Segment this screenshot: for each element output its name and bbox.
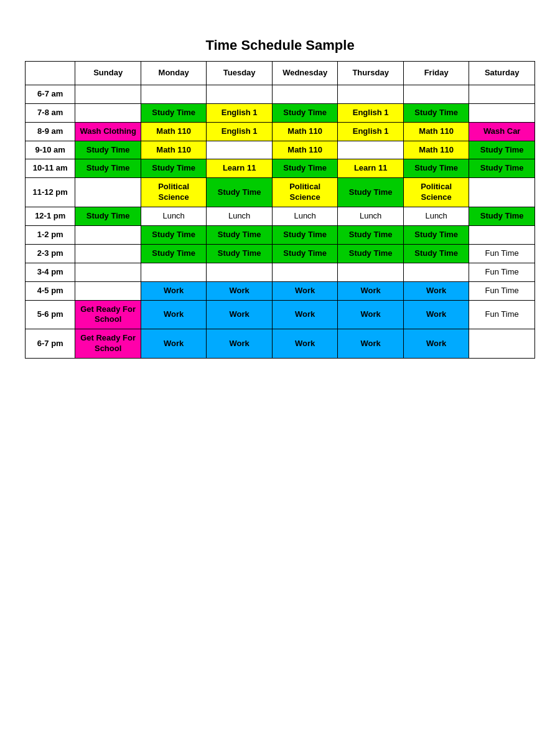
table-row: 3-4 pmFun Time	[26, 263, 535, 281]
schedule-cell: Learn 11	[207, 159, 273, 178]
schedule-cell: Study Time	[207, 226, 273, 245]
time-label: 5-6 pm	[26, 300, 75, 329]
schedule-cell: Study Time	[207, 244, 273, 263]
schedule-cell: Political Science	[272, 178, 338, 207]
schedule-cell: Study Time	[141, 244, 207, 263]
schedule-cell: Math 110	[141, 122, 207, 141]
schedule-cell: Work	[272, 329, 338, 359]
schedule-cell	[403, 263, 469, 281]
schedule-cell: Lunch	[272, 207, 338, 226]
schedule-cell: Study Time	[75, 141, 141, 159]
header-day-sunday: Sunday	[75, 62, 141, 85]
schedule-cell: Work	[338, 329, 404, 359]
schedule-cell	[141, 263, 207, 281]
header-day-tuesday: Tuesday	[207, 62, 273, 85]
schedule-cell	[338, 141, 404, 159]
schedule-cell	[338, 263, 404, 281]
schedule-cell	[469, 226, 535, 245]
table-row: 5-6 pmGet Ready For SchoolWorkWorkWorkWo…	[26, 300, 535, 329]
schedule-cell: Work	[403, 329, 469, 359]
schedule-cell	[403, 85, 469, 103]
schedule-cell: Math 110	[272, 122, 338, 141]
schedule-cell	[469, 103, 535, 122]
time-label: 4-5 pm	[26, 281, 75, 300]
schedule-cell	[272, 85, 338, 103]
schedule-cell: Math 110	[272, 141, 338, 159]
header-day-saturday: Saturday	[469, 62, 535, 85]
schedule-cell	[338, 85, 404, 103]
schedule-cell: English 1	[207, 103, 273, 122]
schedule-cell: Get Ready For School	[75, 300, 141, 329]
table-row: 12-1 pmStudy TimeLunchLunchLunchLunchLun…	[26, 207, 535, 226]
schedule-cell	[469, 329, 535, 359]
schedule-cell: Wash Car	[469, 122, 535, 141]
schedule-cell: Study Time	[403, 244, 469, 263]
schedule-cell	[469, 178, 535, 207]
schedule-cell: English 1	[338, 122, 404, 141]
schedule-cell: Study Time	[75, 159, 141, 178]
schedule-cell	[75, 178, 141, 207]
table-row: 8-9 amWash ClothingMath 110English 1Math…	[26, 122, 535, 141]
page-title: Time Schedule Sample	[25, 37, 535, 54]
time-label: 12-1 pm	[26, 207, 75, 226]
schedule-cell: Math 110	[403, 122, 469, 141]
table-row: 6-7 pmGet Ready For SchoolWorkWorkWorkWo…	[26, 329, 535, 359]
schedule-cell: Study Time	[338, 178, 404, 207]
schedule-cell: Work	[207, 329, 273, 359]
header-day-monday: Monday	[141, 62, 207, 85]
header-day-thursday: Thursday	[338, 62, 404, 85]
schedule-table: SundayMondayTuesdayWednesdayThursdayFrid…	[25, 61, 535, 359]
schedule-cell	[207, 141, 273, 159]
schedule-cell: Study Time	[272, 159, 338, 178]
schedule-cell	[141, 85, 207, 103]
schedule-cell: Work	[272, 300, 338, 329]
schedule-cell: Work	[403, 300, 469, 329]
schedule-cell: Study Time	[75, 207, 141, 226]
schedule-cell: Study Time	[469, 207, 535, 226]
table-row: 2-3 pmStudy TimeStudy TimeStudy TimeStud…	[26, 244, 535, 263]
schedule-cell: Get Ready For School	[75, 329, 141, 359]
table-row: 9-10 amStudy TimeMath 110Math 110Math 11…	[26, 141, 535, 159]
time-label: 2-3 pm	[26, 244, 75, 263]
schedule-cell: Work	[338, 281, 404, 300]
schedule-cell: Math 110	[141, 141, 207, 159]
schedule-cell: Study Time	[207, 178, 273, 207]
schedule-cell	[272, 263, 338, 281]
schedule-cell: Work	[338, 300, 404, 329]
schedule-container: Time Schedule Sample SundayMondayTuesday…	[25, 37, 535, 359]
schedule-cell	[75, 281, 141, 300]
schedule-cell	[75, 244, 141, 263]
schedule-cell: Work	[207, 300, 273, 329]
table-row: 10-11 amStudy TimeStudy TimeLearn 11Stud…	[26, 159, 535, 178]
schedule-cell	[75, 226, 141, 245]
header-time	[26, 62, 75, 85]
schedule-cell: Study Time	[469, 159, 535, 178]
schedule-cell: Political Science	[141, 178, 207, 207]
schedule-cell: Study Time	[272, 226, 338, 245]
schedule-cell: Study Time	[272, 103, 338, 122]
header-day-wednesday: Wednesday	[272, 62, 338, 85]
schedule-cell: Math 110	[403, 141, 469, 159]
schedule-cell: Lunch	[141, 207, 207, 226]
schedule-cell: Work	[141, 300, 207, 329]
schedule-cell: Fun Time	[469, 244, 535, 263]
time-label: 11-12 pm	[26, 178, 75, 207]
schedule-cell: Work	[403, 281, 469, 300]
schedule-cell: Fun Time	[469, 263, 535, 281]
schedule-cell	[75, 103, 141, 122]
table-row: 1-2 pmStudy TimeStudy TimeStudy TimeStud…	[26, 226, 535, 245]
schedule-cell	[75, 85, 141, 103]
schedule-cell	[75, 263, 141, 281]
schedule-cell: Study Time	[141, 159, 207, 178]
schedule-cell	[469, 85, 535, 103]
schedule-cell: Fun Time	[469, 281, 535, 300]
table-row: 11-12 pmPolitical ScienceStudy TimePolit…	[26, 178, 535, 207]
header-row: SundayMondayTuesdayWednesdayThursdayFrid…	[26, 62, 535, 85]
schedule-cell: Study Time	[141, 103, 207, 122]
schedule-cell: Wash Clothing	[75, 122, 141, 141]
time-label: 6-7 am	[26, 85, 75, 103]
schedule-cell: Study Time	[469, 141, 535, 159]
schedule-cell: Work	[141, 281, 207, 300]
table-row: 6-7 am	[26, 85, 535, 103]
time-label: 1-2 pm	[26, 226, 75, 245]
